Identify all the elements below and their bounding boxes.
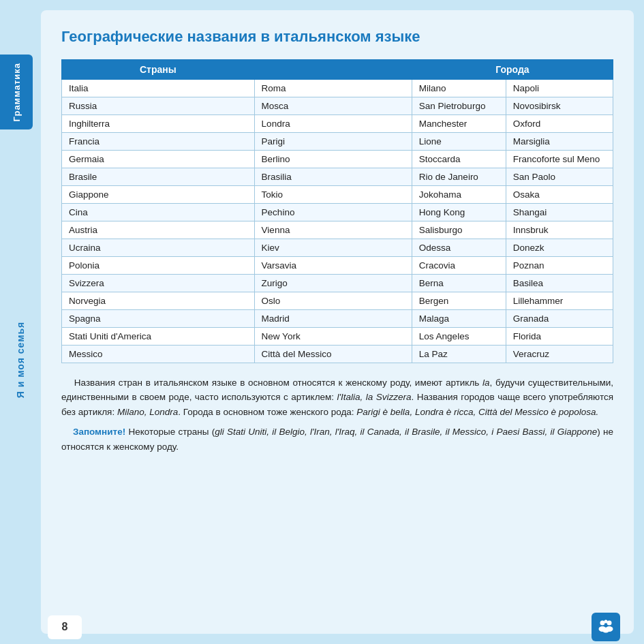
svg-point-2 xyxy=(604,620,608,624)
table-cell: Giappone xyxy=(62,185,255,203)
table-cell: Brasilia xyxy=(254,168,412,185)
table-cell: Innsbruk xyxy=(506,221,613,239)
header-cities-col1 xyxy=(254,59,412,79)
table-cell: Germaia xyxy=(62,150,255,168)
description-text: Названия стран в итальянском языке в осн… xyxy=(61,375,613,420)
table-row: Stati Uniti d'AmericaNew YorkLos Angeles… xyxy=(62,327,613,345)
table-row: UcrainaKievOdessaDonezk xyxy=(62,239,613,256)
table-cell: Ucraina xyxy=(62,239,255,256)
header-cities: Города xyxy=(412,59,613,79)
table-row: AustriaViennaSalisburgoInnsbruk xyxy=(62,221,613,239)
svg-point-0 xyxy=(600,621,605,626)
table-row: MessicoCittà del MessicoLa PazVeracruz xyxy=(62,345,613,363)
table-row: CinaPechinoHong KongShangai xyxy=(62,203,613,221)
table-row: GermaiaBerlinoStoccardaFrancoforte sul M… xyxy=(62,150,613,168)
remember-label: Запомните! xyxy=(73,427,125,437)
table-cell: Roma xyxy=(254,79,412,97)
table-cell: Lillehammer xyxy=(506,292,613,309)
table-cell: Osaka xyxy=(506,185,613,203)
grammar-label: Грамматика xyxy=(12,63,22,121)
table-cell: Zurigo xyxy=(254,274,412,292)
table-cell: Austria xyxy=(62,221,255,239)
table-cell: Basilea xyxy=(506,274,613,292)
svg-point-5 xyxy=(603,628,609,633)
table-cell: Malaga xyxy=(412,309,506,327)
table-cell: Inghilterra xyxy=(62,114,255,132)
table-row: GiapponeTokioJokohamaOsaka xyxy=(62,185,613,203)
table-cell: Bergen xyxy=(412,292,506,309)
table-cell: Russia xyxy=(62,97,255,114)
table-cell: Odessa xyxy=(412,239,506,256)
geography-table: Страны Города ItaliaRomaMilanoNapoliRuss… xyxy=(61,59,613,363)
table-row: RussiaMoscaSan PietroburgoNovosibirsk xyxy=(62,97,613,114)
table-cell: Vienna xyxy=(254,221,412,239)
table-cell: Milano xyxy=(412,79,506,97)
table-cell: Marsiglia xyxy=(506,132,613,150)
table-cell: Berna xyxy=(412,274,506,292)
table-cell: Pechino xyxy=(254,203,412,221)
table-cell: Shangai xyxy=(506,203,613,221)
table-row: SpagnaMadridMalagaGranada xyxy=(62,309,613,327)
table-cell: Novosibirsk xyxy=(506,97,613,114)
table-cell: Oslo xyxy=(254,292,412,309)
table-cell: Messico xyxy=(62,345,255,363)
table-cell: Napoli xyxy=(506,79,613,97)
table-cell: Hong Kong xyxy=(412,203,506,221)
chapter-label: Я и моя семья xyxy=(15,322,26,399)
sidebar: Грамматика Я и моя семья xyxy=(0,0,41,644)
table-cell: Francoforte sul Meno xyxy=(506,150,613,168)
table-cell: Cracovia xyxy=(412,256,506,274)
table-cell: Kiev xyxy=(254,239,412,256)
table-cell: Florida xyxy=(506,327,613,345)
table-row: SvizzeraZurigoBernaBasilea xyxy=(62,274,613,292)
table-row: NorvegiaOsloBergenLillehammer xyxy=(62,292,613,309)
table-cell: Poznan xyxy=(506,256,613,274)
table-row: InghilterraLondraManchesterOxford xyxy=(62,114,613,132)
table-row: FranciaParigiLioneMarsiglia xyxy=(62,132,613,150)
table-cell: Jokohama xyxy=(412,185,506,203)
table-cell: Tokio xyxy=(254,185,412,203)
bottom-bar: 8 xyxy=(0,610,644,644)
family-icon xyxy=(596,617,615,637)
table-cell: Granada xyxy=(506,309,613,327)
page-container: Грамматика Я и моя семья Географические … xyxy=(0,0,644,644)
table-cell: Berlino xyxy=(254,150,412,168)
table-cell: Polonia xyxy=(62,256,255,274)
family-icon-box xyxy=(592,613,620,641)
table-cell: Francia xyxy=(62,132,255,150)
table-cell: Italia xyxy=(62,79,255,97)
table-cell: Brasile xyxy=(62,168,255,185)
table-cell: Stati Uniti d'America xyxy=(62,327,255,345)
table-cell: Oxford xyxy=(506,114,613,132)
page-number: 8 xyxy=(48,615,82,639)
table-row: PoloniaVarsaviaCracoviaPoznan xyxy=(62,256,613,274)
table-cell: Manchester xyxy=(412,114,506,132)
table-cell: Norvegia xyxy=(62,292,255,309)
table-cell: Svizzera xyxy=(62,274,255,292)
table-cell: Rio de Janeiro xyxy=(412,168,506,185)
remember-text: Запомните! Некоторые страны (gli Stati U… xyxy=(61,425,613,454)
table-row: ItaliaRomaMilanoNapoli xyxy=(62,79,613,97)
table-cell: San Pietroburgo xyxy=(412,97,506,114)
table-cell: La Paz xyxy=(412,345,506,363)
table-cell: Salisburgo xyxy=(412,221,506,239)
grammar-tab: Грамматика xyxy=(0,55,33,129)
table-cell: San Paolo xyxy=(506,168,613,185)
table-cell: Spagna xyxy=(62,309,255,327)
table-cell: Veracruz xyxy=(506,345,613,363)
table-cell: Cina xyxy=(62,203,255,221)
table-cell: Lione xyxy=(412,132,506,150)
table-cell: Stoccarda xyxy=(412,150,506,168)
table-cell: Parigi xyxy=(254,132,412,150)
table-cell: Varsavia xyxy=(254,256,412,274)
table-cell: Città del Messico xyxy=(254,345,412,363)
table-cell: New York xyxy=(254,327,412,345)
table-cell: Los Angeles xyxy=(412,327,506,345)
page-title: Географические названия в итальянском яз… xyxy=(61,27,613,47)
header-countries: Страны xyxy=(62,59,255,79)
svg-point-1 xyxy=(607,621,612,626)
table-cell: Mosca xyxy=(254,97,412,114)
table-cell: Londra xyxy=(254,114,412,132)
main-content: Географические названия в итальянском яз… xyxy=(41,10,634,634)
table-cell: Madrid xyxy=(254,309,412,327)
